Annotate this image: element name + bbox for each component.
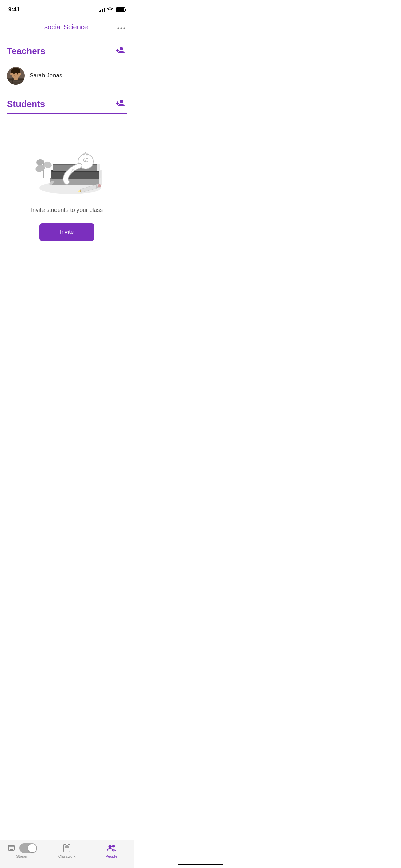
- empty-invite-text: Invite students to your class: [31, 207, 103, 214]
- svg-point-1: [121, 28, 122, 29]
- svg-point-16: [19, 73, 21, 75]
- invite-button[interactable]: Invite: [39, 223, 95, 241]
- wifi-icon: [107, 7, 113, 13]
- teacher-name: Sarah Jonas: [29, 72, 62, 79]
- status-bar: 9:41: [0, 0, 134, 17]
- add-student-button[interactable]: [113, 97, 127, 111]
- svg-point-41: [86, 160, 87, 160]
- empty-students-state: Invite students to your class Invite: [0, 114, 134, 248]
- svg-point-15: [10, 73, 12, 75]
- page-title: social Science: [44, 23, 88, 31]
- menu-button[interactable]: [7, 23, 16, 31]
- svg-point-40: [85, 160, 86, 161]
- svg-point-0: [118, 28, 119, 29]
- status-icons: [99, 7, 125, 13]
- svg-point-2: [124, 28, 125, 29]
- app-header: social Science: [0, 17, 134, 37]
- teachers-title: Teachers: [7, 46, 45, 57]
- teacher-item: Sarah Jonas: [0, 61, 134, 90]
- main-content: Teachers: [0, 37, 134, 248]
- more-options-button[interactable]: [116, 21, 127, 33]
- signal-icon: [99, 7, 105, 12]
- svg-point-17: [13, 73, 15, 75]
- add-teacher-button[interactable]: [113, 44, 127, 58]
- students-title: Students: [7, 99, 45, 109]
- status-time: 9:41: [8, 6, 20, 13]
- empty-illustration: [22, 124, 111, 200]
- teachers-section-header: Teachers: [0, 37, 134, 61]
- svg-point-25: [36, 159, 44, 166]
- svg-point-18: [17, 73, 18, 75]
- avatar: [7, 67, 25, 85]
- battery-icon: [116, 7, 125, 12]
- svg-rect-37: [97, 164, 100, 171]
- svg-rect-14: [11, 70, 20, 73]
- students-section-header: Students: [0, 90, 134, 113]
